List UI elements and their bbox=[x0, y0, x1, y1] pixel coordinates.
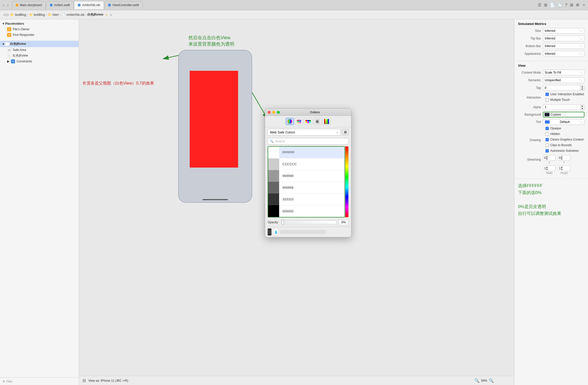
breadcrumb-label-4[interactable]: 📄 mAlertXib.xib bbox=[62, 13, 84, 17]
swatch-10[interactable] bbox=[315, 230, 318, 234]
color-tab-palette[interactable] bbox=[304, 118, 312, 125]
tag-stepper-down[interactable]: ▼ bbox=[580, 88, 584, 90]
zoom-in-btn[interactable]: 🔍 bbox=[489, 378, 494, 383]
clock-icon[interactable]: 🕐 bbox=[557, 3, 563, 7]
tab-viewcontroller-swift[interactable]: ViewController.swift bbox=[104, 1, 143, 9]
layout-icon[interactable]: ⊞ bbox=[544, 3, 547, 7]
clears-graphics-checkbox[interactable]: ✓ bbox=[545, 138, 549, 141]
tab-malert-xib[interactable]: mAlertXib.xib bbox=[74, 1, 104, 9]
swatch-3[interactable] bbox=[288, 230, 292, 234]
colors-dropdown[interactable]: Web Safe Colors ⌄ bbox=[268, 129, 340, 135]
swatch-11[interactable] bbox=[319, 230, 322, 234]
swatch-9[interactable] bbox=[311, 230, 314, 234]
breadcrumb-forward-btn[interactable]: ▷ bbox=[7, 13, 9, 17]
user-interaction-checkbox[interactable]: ✓ bbox=[545, 93, 549, 96]
breadcrumb-label-3[interactable]: 📁 Alert bbox=[48, 13, 59, 17]
stretching-w-input[interactable]: 1 ▲ ▼ bbox=[543, 166, 556, 171]
opacity-input[interactable]: 0% bbox=[338, 219, 349, 225]
color-tab-crayon[interactable] bbox=[322, 118, 331, 125]
alpha-input[interactable]: 1 ▲ ▼ bbox=[543, 104, 584, 110]
clips-bounds-checkbox[interactable] bbox=[545, 144, 549, 147]
opaque-checkbox[interactable]: ✓ bbox=[545, 127, 549, 130]
window-zoom-btn[interactable] bbox=[277, 111, 280, 114]
stretching-x-down[interactable]: ▼ bbox=[546, 158, 548, 160]
breadcrumb-item-1[interactable]: 📁 bbox=[10, 13, 14, 17]
color-row-ffffff[interactable]: FFFFFF bbox=[268, 147, 345, 158]
spectrum-bar[interactable] bbox=[345, 146, 349, 217]
stretching-h-up[interactable]: ▲ bbox=[561, 166, 563, 168]
eyedropper-button[interactable]: 💧 bbox=[274, 228, 278, 236]
share-icon[interactable]: ⊞ bbox=[570, 3, 573, 7]
doc-icon[interactable]: 📄 bbox=[550, 3, 555, 7]
stretching-h-input[interactable]: 1 ▲ ▼ bbox=[558, 166, 570, 171]
content-mode-select[interactable]: Scale To Fill ⌃⌄ bbox=[543, 70, 584, 75]
sidebar-whiteview-header[interactable]: ▾ 白色的view bbox=[0, 41, 79, 47]
help-icon[interactable]: ? bbox=[565, 3, 567, 7]
stretching-y-input[interactable]: 0 ▲ ▼ bbox=[558, 155, 570, 161]
color-row-cccccc[interactable]: CCCCCC bbox=[268, 158, 345, 170]
swatch-4[interactable] bbox=[292, 230, 295, 234]
color-row-000000[interactable]: 000000 bbox=[268, 205, 345, 217]
color-tab-wheel[interactable] bbox=[286, 118, 294, 125]
breadcrumb-label-1[interactable]: testBlog bbox=[15, 13, 26, 17]
stretching-y-down[interactable]: ▼ bbox=[561, 158, 563, 160]
opacity-slider[interactable] bbox=[282, 221, 336, 224]
sidebar-item-constraints[interactable]: ▶ = Constraints bbox=[0, 59, 79, 64]
magnifier-button[interactable]: ⬛ bbox=[268, 228, 271, 236]
tab-forward-btn[interactable]: › bbox=[6, 3, 10, 8]
multiple-touch-checkbox[interactable] bbox=[545, 98, 549, 102]
bottombar-select[interactable]: Inferred ⌃⌄ bbox=[543, 43, 584, 49]
alpha-stepper-up[interactable]: ▲ bbox=[580, 105, 584, 107]
swatch-2[interactable] bbox=[284, 230, 288, 234]
breadcrumb-label-2[interactable]: 📁 testBlog bbox=[29, 13, 45, 17]
semantic-select[interactable]: Unspecified ⌃⌄ bbox=[543, 77, 584, 83]
size-select[interactable]: Inferred ⌃⌄ bbox=[543, 28, 584, 34]
swatch-6[interactable] bbox=[299, 230, 303, 234]
stretching-w-up[interactable]: ▲ bbox=[546, 166, 548, 168]
inspector-icon[interactable]: ⚙ bbox=[576, 3, 579, 7]
filter-button[interactable]: ⊕ bbox=[3, 380, 5, 383]
color-tab-sliders[interactable] bbox=[295, 118, 303, 125]
sidebar-item-filesowner[interactable]: F File's Owner bbox=[0, 26, 79, 32]
window-minimize-btn[interactable] bbox=[272, 111, 275, 114]
breadcrumb-back-btn[interactable]: ◁ bbox=[3, 13, 6, 17]
stretching-w-down[interactable]: ▼ bbox=[546, 168, 548, 171]
swatch-5[interactable] bbox=[296, 230, 299, 234]
topbar-select[interactable]: Inferred ⌃⌄ bbox=[543, 36, 584, 41]
tab-malert-swift[interactable]: mAlert.swift bbox=[46, 1, 74, 9]
stretching-h-down[interactable]: ▼ bbox=[561, 168, 563, 171]
breadcrumb-next-btn[interactable]: › bbox=[110, 12, 111, 17]
sidebar-item-redview[interactable]: □ 红色的view bbox=[0, 53, 79, 59]
opacity-handle[interactable] bbox=[281, 220, 284, 225]
search-box[interactable]: 🔍 Search bbox=[268, 138, 349, 145]
sidebar-item-firstresponder[interactable]: R First Responder bbox=[0, 32, 79, 38]
color-tab-image[interactable]: 🖼 bbox=[313, 118, 321, 125]
canvas-layout-btn[interactable]: ⊟ bbox=[83, 378, 86, 383]
add-icon[interactable]: ＋ bbox=[582, 2, 586, 8]
background-select[interactable]: Custom ⌃⌄ bbox=[543, 112, 584, 117]
color-row-666666[interactable]: 666666 bbox=[268, 182, 345, 194]
appearance-select[interactable]: Inferred ⌃⌄ bbox=[543, 51, 584, 57]
autoresize-checkbox[interactable]: ✓ bbox=[545, 149, 549, 153]
tab-main-storyboard[interactable]: Main.storyboard bbox=[12, 1, 46, 9]
menu-icon[interactable]: ☰ bbox=[538, 3, 541, 7]
color-row-333333[interactable]: 333333 bbox=[268, 194, 345, 205]
tint-select[interactable]: Default ⌃⌄ bbox=[543, 119, 584, 125]
alpha-stepper-down[interactable]: ▼ bbox=[580, 107, 584, 110]
swatch-7[interactable] bbox=[303, 230, 307, 234]
sidebar-placeholders-header[interactable]: ▾ Placeholders bbox=[0, 21, 79, 26]
tag-input[interactable]: 0 ▲ ▼ bbox=[543, 85, 584, 91]
sidebar-item-safearea[interactable]: ⊡ Safe Area bbox=[0, 47, 79, 53]
hidden-checkbox[interactable] bbox=[545, 132, 549, 136]
tab-back-btn[interactable]: ‹ bbox=[2, 3, 5, 8]
swatch-12[interactable] bbox=[322, 230, 326, 234]
window-close-btn[interactable] bbox=[268, 111, 271, 114]
swatch-8[interactable] bbox=[307, 230, 311, 234]
swatch-1[interactable] bbox=[280, 230, 284, 234]
stretching-x-input[interactable]: 0 ▲ ▼ bbox=[543, 155, 556, 161]
zoom-out-btn[interactable]: 🔍 bbox=[474, 378, 480, 383]
tag-stepper-up[interactable]: ▲ bbox=[580, 85, 584, 88]
gear-button[interactable]: ⚙ bbox=[342, 129, 349, 135]
stretching-x-up[interactable]: ▲ bbox=[546, 156, 548, 158]
stretching-y-up[interactable]: ▲ bbox=[561, 156, 563, 158]
